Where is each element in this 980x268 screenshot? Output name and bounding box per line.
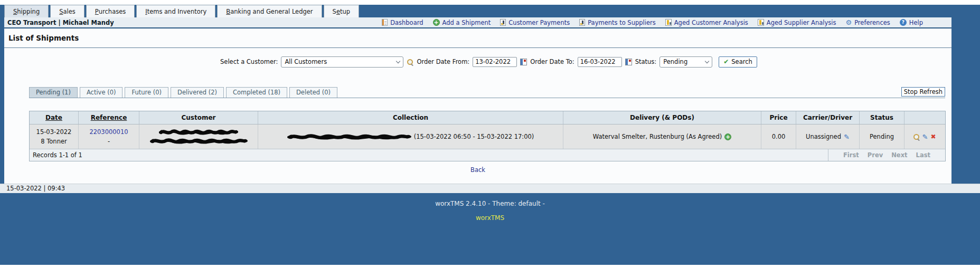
date-from-input[interactable]: [473, 57, 517, 67]
pagination-first[interactable]: First: [843, 151, 859, 159]
pagination-last[interactable]: Last: [916, 151, 930, 159]
tab-accesskey: P: [95, 8, 99, 15]
reference-link[interactable]: 2203000010: [89, 128, 128, 136]
date-to-input[interactable]: [578, 57, 622, 67]
subtab-completed[interactable]: Completed (18): [226, 87, 287, 98]
customer-payments-link[interactable]: Customer Payments: [500, 19, 570, 26]
preferences-link[interactable]: ⚙ Preferences: [845, 19, 890, 26]
view-shipment-icon[interactable]: [913, 133, 920, 140]
collection-time-window: (15-03-2022 06:50 - 15-03-2022 17:00): [414, 133, 534, 140]
cell-status: Pending: [860, 125, 904, 149]
tab-setup[interactable]: Setup: [324, 5, 360, 17]
link-label: Aged Supplier Analysis: [767, 19, 836, 26]
customer-filter-label: Select a Customer:: [220, 58, 278, 65]
link-label: Add a Shipment: [442, 19, 491, 26]
tab-label: S: [333, 8, 336, 15]
table-header-row: Date Reference Customer Collection Deliv…: [30, 111, 945, 125]
tab-label: tup: [340, 8, 350, 15]
aged-customer-analysis-link[interactable]: Aged Customer Analysis: [665, 19, 748, 26]
bar-chart-icon: [758, 19, 764, 26]
tab-accesskey: B: [226, 8, 230, 15]
cell-collection: (15-03-2022 06:50 - 15-03-2022 17:00): [258, 125, 563, 149]
company-user-label: CEO Transport | Michael Mandy: [7, 19, 114, 26]
bar-chart-icon: [665, 19, 672, 26]
column-header-reference[interactable]: Reference: [79, 111, 139, 124]
customer-select[interactable]: All Customers: [281, 56, 403, 68]
link-label: Payments to Suppliers: [588, 19, 656, 26]
tab-purchases[interactable]: Purchases: [86, 5, 135, 17]
edit-carrier-pencil-icon[interactable]: ✎: [844, 133, 850, 140]
column-header-collection: Collection: [258, 111, 563, 124]
cell-delivery: Waterval Smelter, Rustenburg (As Agreed)…: [563, 125, 761, 149]
reference-secondary: -: [108, 138, 110, 145]
column-header-status: Status: [860, 111, 904, 124]
records-count: Records 1-1 of 1: [30, 149, 828, 161]
pagination-prev[interactable]: Prev: [868, 151, 883, 159]
edit-shipment-pencil-icon[interactable]: ✎: [922, 133, 928, 140]
tab-accesskey: S: [59, 8, 63, 15]
delivery-location: Waterval Smelter, Rustenburg (As Agreed): [593, 133, 722, 140]
chevron-down-icon: [705, 59, 709, 63]
subtab-future[interactable]: Future (0): [125, 87, 168, 98]
tab-banking-general-ledger[interactable]: Banking and General Ledger: [217, 5, 322, 17]
column-header-price: Price: [761, 111, 796, 124]
payments-to-suppliers-link[interactable]: Payments to Suppliers: [579, 19, 656, 26]
calendar-icon[interactable]: [625, 59, 632, 65]
top-white-strip: [0, 0, 980, 5]
pagination-next[interactable]: Next: [891, 151, 907, 159]
main-menu-tabs: Shipping Sales Purchases Items and Inven…: [4, 5, 359, 17]
column-header-delivery: Delivery (& PODs): [563, 111, 761, 124]
stop-refresh-button[interactable]: Stop Refresh: [901, 87, 945, 97]
date-to-label: Order Date To:: [530, 58, 574, 65]
subtab-deleted[interactable]: Deleted (0): [289, 87, 337, 98]
back-link-wrap: Back: [4, 166, 951, 174]
column-header-carrier-driver: Carrier/Driver: [796, 111, 860, 124]
back-link[interactable]: Back: [470, 166, 485, 174]
tab-sales[interactable]: Sales: [50, 5, 84, 17]
cash-icon: [579, 19, 585, 26]
filter-row: Select a Customer: All Customers Order D…: [220, 55, 951, 68]
cell-date: 15-03-2022 8 Tonner: [30, 125, 79, 149]
link-label: Help: [909, 19, 923, 26]
redacted-scribble: [150, 138, 248, 145]
tab-label: hipping: [17, 8, 40, 15]
cell-reference: 2203000010 -: [79, 125, 139, 149]
tab-accesskey: S: [13, 8, 17, 15]
chevron-down-icon: [396, 59, 400, 63]
date-from-label: Order Date From:: [417, 58, 469, 65]
page-title: List of Shipments: [8, 34, 79, 42]
carrier-value: Unassigned: [806, 133, 841, 140]
footer-brand-link[interactable]: worxTMS: [476, 214, 504, 222]
subtab-delivered[interactable]: Delivered (2): [171, 87, 224, 98]
bottom-white-strip: [0, 265, 980, 268]
tab-shipping[interactable]: Shipping: [4, 5, 49, 17]
cell-actions: ✎ ✖: [904, 125, 944, 149]
shipments-table: Date Reference Customer Collection Deliv…: [29, 111, 946, 161]
calendar-icon[interactable]: [520, 59, 527, 65]
add-shipment-link[interactable]: + Add a Shipment: [433, 19, 491, 26]
dashboard-icon: [382, 19, 388, 26]
aged-supplier-analysis-link[interactable]: Aged Supplier Analysis: [758, 19, 836, 26]
search-button[interactable]: ✔ Search: [719, 56, 757, 68]
status-subtab-row: Pending (1) Active (0) Future (0) Delive…: [29, 87, 945, 98]
status-subtabs: Pending (1) Active (0) Future (0) Delive…: [29, 87, 337, 98]
delete-shipment-icon[interactable]: ✖: [930, 133, 936, 140]
status-select[interactable]: Pending: [659, 56, 712, 68]
title-band: List of Shipments: [4, 28, 951, 48]
subtab-active[interactable]: Active (0): [80, 87, 123, 98]
tab-items-and-inventory[interactable]: Items and Inventory: [136, 5, 215, 17]
redacted-scribble: [287, 133, 411, 140]
tab-label: tems and Inventory: [147, 8, 207, 15]
dashboard-link[interactable]: Dashboard: [382, 19, 423, 26]
subtab-pending[interactable]: Pending (1): [29, 87, 78, 98]
tab-label: urchases: [99, 8, 126, 15]
help-link[interactable]: ? Help: [900, 19, 923, 26]
redacted-scribble: [159, 129, 238, 136]
customer-search-icon[interactable]: [407, 59, 413, 65]
link-label: Dashboard: [390, 19, 423, 26]
tab-accesskey: e: [336, 8, 340, 15]
column-header-date[interactable]: Date: [30, 111, 79, 124]
header-quick-links: Dashboard + Add a Shipment Customer Paym…: [382, 19, 923, 26]
add-pod-icon[interactable]: +: [724, 133, 731, 140]
link-label: Preferences: [854, 19, 890, 26]
